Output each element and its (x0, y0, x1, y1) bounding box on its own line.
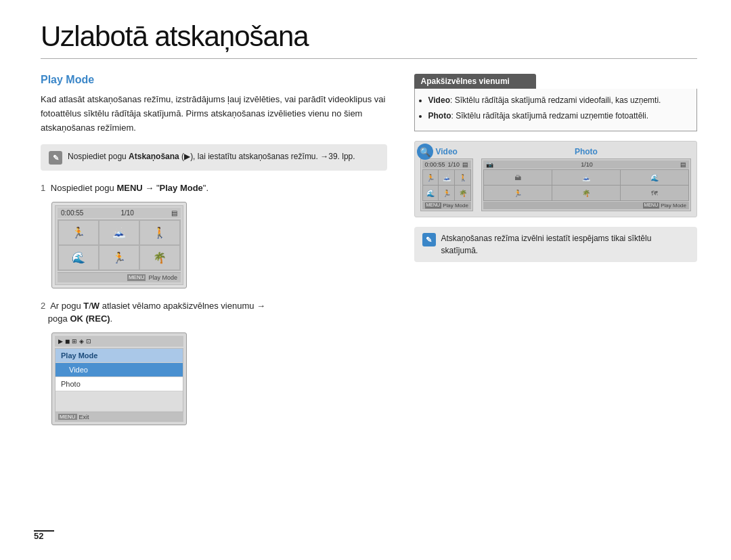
menu-screen: ▶ ◼ ⊞ ◈ ⊡ Play Mode ✓ Video Photo (51, 332, 187, 425)
menu-item-empty (56, 391, 183, 412)
step2-num: 2 (41, 301, 45, 311)
mini-cell-v5: 🏃 (439, 186, 454, 200)
menu-footer-bar: MENU Exit (55, 412, 183, 422)
title-divider (41, 58, 697, 59)
mini-cam-photo-icon2: ▤ (680, 161, 686, 168)
step1-playmode: Play Mode (160, 183, 203, 193)
mini-cam-video-header: 0:00:55 1/10 ▤ (422, 160, 471, 169)
mini-cell-v1: 🏃 (423, 170, 439, 185)
mini-footer-label-p: Play Mode (661, 202, 686, 209)
bullet-video-label: Video (428, 95, 450, 105)
menu-footer-btn: MENU (58, 414, 77, 420)
mini-cell-p4: 🏃 (484, 186, 552, 200)
subview-content: Video: Sīktēlu rādītāja skatījumā redzam… (414, 89, 698, 131)
dual-cam-container: 🔍 Video 0:00:55 1/10 ▤ 🏃 (414, 141, 698, 217)
mini-footer-label-v: Play Mode (443, 202, 468, 209)
menu-item-play-mode: Play Mode (56, 349, 183, 363)
camera-screen-inner-1: 0:00:55 1/10 ▤ 🏃 🗻 🚶 🌊 🏃 🌴 MENU (55, 205, 183, 285)
mini-cell-v6: 🌴 (455, 186, 470, 200)
cam-time-1: 0:00:55 (61, 209, 83, 217)
mini-cell-p3: 🌊 (621, 170, 688, 185)
mini-cam-video-grid: 🏃 🗻 🚶 🌊 🏃 🌴 (422, 169, 471, 201)
intro-text: Kad atlasāt atskaņošanas režīmu, izstrād… (41, 93, 387, 135)
bullet-video: Video: Sīktēlu rādītāja skatījumā redzam… (428, 94, 689, 107)
menu-item-photo[interactable]: Photo (56, 377, 183, 391)
step2-ok: OK (REC) (70, 314, 110, 324)
note-icon-right: ✎ (422, 233, 436, 246)
cam-cell-5: 🏃 (99, 246, 139, 270)
left-column: Play Mode Kad atlasāt atskaņošanas režīm… (41, 74, 387, 425)
right-column: Apakšizvēlnes vienumi Video: Sīktēlu rād… (414, 74, 698, 425)
mini-cam-photo: 📷 1/10 ▤ 🏔 🗻 🌊 🏃 🌴 🗺 (481, 158, 691, 211)
cam-counter-1: 1/10 (120, 209, 133, 217)
step2-text: 2 Ar pogu T/W atlasiet vēlamo apakšizvēl… (41, 299, 387, 326)
step1-num: 1 (41, 183, 45, 193)
cam-cell-1: 🏃 (59, 221, 98, 244)
step1-menu: MENU (116, 183, 142, 193)
page-title: Uzlabotā atskaņošana (41, 20, 697, 53)
bullet-photo: Photo: Sīktēlu rādītāja skatījumā redzam… (428, 110, 689, 123)
cam-cell-6: 🌴 (140, 246, 179, 270)
mini-cam-photo-counter: 1/10 (581, 161, 593, 168)
search-icon: 🔍 (417, 144, 433, 160)
mini-cam-video-icon: ▤ (462, 161, 468, 168)
cam-cell-4: 🌊 (59, 246, 98, 270)
mini-cam-photo-icon: 📷 (486, 161, 493, 168)
menu-item-video[interactable]: ✓ Video (56, 363, 183, 377)
cam-footer-menu-label: MENU (127, 274, 146, 281)
menu-icon-bar: ▶ ◼ ⊞ ◈ ⊡ (58, 338, 91, 345)
bullet-list: Video: Sīktēlu rādītāja skatījumā redzam… (428, 94, 689, 123)
dual-cam-photo-label: Photo (481, 147, 691, 156)
menu-icon-1: ▶ (58, 338, 63, 345)
bullet-photo-label: Photo (428, 111, 451, 121)
mini-cell-p6: 🗺 (621, 186, 688, 200)
note-box-1: ✎ Nospiediet pogu Atskaņošana (▶), lai i… (41, 144, 387, 171)
page-number: 52 (34, 531, 43, 541)
camera-screen-1: 0:00:55 1/10 ▤ 🏃 🗻 🚶 🌊 🏃 🌴 MENU (51, 202, 187, 288)
mini-cell-v2: 🗻 (439, 170, 454, 185)
section-heading: Play Mode (41, 74, 387, 86)
mini-cell-p5: 🌴 (552, 186, 620, 200)
mini-cam-video-footer: MENU Play Mode (422, 202, 471, 209)
mini-cell-p2: 🗻 (552, 170, 620, 185)
cam-header-1: 0:00:55 1/10 ▤ (58, 208, 181, 218)
mini-cam-video: 0:00:55 1/10 ▤ 🏃 🗻 🚶 🌊 🏃 🌴 (420, 158, 473, 211)
cam-footer-1: MENU Play Mode (58, 272, 181, 282)
menu-icon-2: ◼ (65, 338, 70, 345)
mini-cam-photo-grid: 🏔 🗻 🌊 🏃 🌴 🗺 (483, 169, 689, 201)
menu-screen-top: ▶ ◼ ⊞ ◈ ⊡ (55, 336, 183, 347)
note-text-right: Atskaņošanas režīma izvēlni iestatīt ies… (441, 232, 690, 257)
menu-items-list: Play Mode ✓ Video Photo (55, 348, 183, 412)
step1-text: 1 Nospiediet pogu MENU → "Play Mode". (41, 181, 387, 195)
cam-icon-1: ▤ (171, 209, 177, 217)
mini-cell-v3: 🚶 (455, 170, 470, 185)
mini-cell-v4: 🌊 (423, 186, 439, 200)
mini-cam-photo-footer: MENU Play Mode (483, 202, 689, 209)
menu-icon-4: ◈ (79, 338, 84, 345)
cam-cell-3: 🚶 (140, 221, 179, 244)
menu-icon-5: ⊡ (86, 338, 91, 345)
mini-footer-btn-v: MENU (425, 202, 442, 209)
checkmark-icon: ✓ (61, 366, 66, 373)
subview-header: Apakšizvēlnes vienumi (414, 74, 536, 89)
play-symbol: ▶ (184, 152, 190, 161)
dual-cam-wrapper: 🔍 Video 0:00:55 1/10 ▤ 🏃 (420, 147, 473, 211)
cam-grid-1: 🏃 🗻 🚶 🌊 🏃 🌴 (58, 219, 181, 271)
mini-cell-p1: 🏔 (484, 170, 552, 185)
note-bold-1: Atskaņošana (129, 152, 179, 161)
dual-cam-photo: Photo 📷 1/10 ▤ 🏔 🗻 🌊 🏃 🌴 (481, 147, 691, 211)
mini-footer-btn-p: MENU (643, 202, 660, 209)
cam-cell-2: 🗻 (99, 221, 139, 244)
cam-footer-text-1: Play Mode (148, 274, 177, 281)
mini-cam-photo-header: 📷 1/10 ▤ (483, 160, 689, 169)
note-icon-1: ✎ (49, 151, 62, 165)
mini-cam-video-counter: 1/10 (447, 161, 460, 168)
step2-tw2: W (91, 301, 99, 311)
step2-tw: T (83, 301, 89, 311)
note-text-1: Nospiediet pogu Atskaņošana (▶), lai ies… (68, 150, 355, 163)
menu-icon-3: ⊞ (72, 338, 77, 345)
note-box-right: ✎ Atskaņošanas režīma izvēlni iestatīt i… (414, 227, 698, 262)
menu-footer-exit: Exit (79, 414, 89, 421)
mini-cam-video-time: 0:00:55 (425, 161, 445, 168)
